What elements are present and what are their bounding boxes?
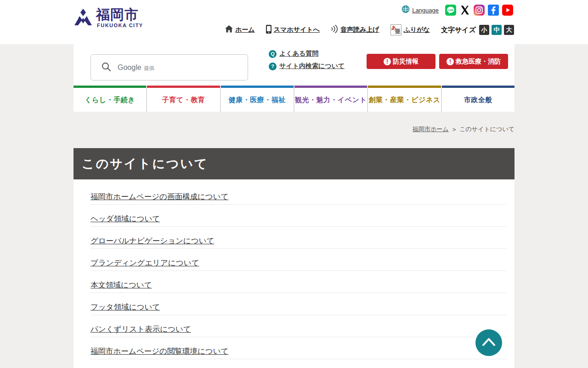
search-section: Google 提供 Q よくある質問 ? サイト内検索について ! 防災情報 !… bbox=[74, 44, 514, 86]
header-utility-nav: ホーム スマホサイトへ bbox=[225, 24, 514, 35]
search-icon bbox=[101, 62, 111, 74]
emergency-medical-label: 救急医療・消防 bbox=[456, 58, 501, 66]
speaker-icon bbox=[331, 25, 338, 35]
facebook-icon[interactable] bbox=[488, 5, 499, 16]
list-item: ダウンロードファイルをご利用するには bbox=[90, 359, 507, 368]
x-icon[interactable] bbox=[459, 5, 470, 16]
content-link[interactable]: パンくずリスト表示について bbox=[90, 325, 191, 333]
tab-business-industry[interactable]: 創業・産業・ビジネス bbox=[368, 86, 441, 112]
page-title: このサイトについて bbox=[82, 155, 209, 172]
faq-label: よくある質問 bbox=[279, 50, 318, 58]
language-link[interactable]: Language bbox=[401, 5, 439, 15]
page-root: 福岡市 FUKUOKA CITY Language bbox=[0, 0, 588, 368]
site-search-help-link[interactable]: ? サイト内検索について bbox=[269, 62, 345, 70]
site-header: 福岡市 FUKUOKA CITY Language bbox=[0, 0, 588, 44]
furigana-icon-kanji: 亜 bbox=[395, 28, 401, 35]
furigana-link[interactable]: あ 亜 ふりがな bbox=[390, 24, 430, 35]
tab-label: 創業・産業・ビジネス bbox=[368, 96, 440, 104]
emergency-medical-button[interactable]: ! 救急医療・消防 bbox=[439, 54, 508, 69]
q-circle-icon: Q bbox=[269, 50, 277, 58]
content-link[interactable]: 福岡市ホームページの画面構成について bbox=[90, 192, 228, 201]
fukuoka-city-emblem-icon bbox=[74, 8, 93, 29]
language-label: Language bbox=[412, 7, 439, 14]
text-size-small-button[interactable]: 小 bbox=[479, 25, 489, 35]
breadcrumb: 福岡市ホーム > このサイトについて bbox=[413, 125, 514, 133]
home-icon bbox=[225, 25, 233, 34]
logo-text: 福岡市 FUKUOKA CITY bbox=[96, 8, 143, 28]
search-input[interactable]: Google 提供 bbox=[90, 54, 248, 80]
content-link[interactable]: 本文領域について bbox=[90, 281, 152, 289]
alert-icon: ! bbox=[447, 58, 454, 65]
smartphone-site-label: スマホサイトへ bbox=[274, 26, 320, 34]
logo-title: 福岡市 bbox=[96, 8, 143, 22]
list-item: ブランディングエリアについて bbox=[90, 249, 507, 271]
list-item: 福岡市ホームページの閲覧環境について bbox=[90, 337, 507, 359]
home-link[interactable]: ホーム bbox=[225, 25, 255, 34]
alert-icon: ! bbox=[384, 58, 391, 65]
chevron-up-icon bbox=[481, 337, 496, 348]
question-circle-icon: ? bbox=[269, 63, 277, 70]
tab-living-procedures[interactable]: くらし・手続き bbox=[74, 86, 146, 112]
quick-links: Q よくある質問 ? サイト内検索について bbox=[269, 50, 345, 70]
site-logo-link[interactable]: 福岡市 FUKUOKA CITY bbox=[74, 8, 143, 29]
tab-tourism-events[interactable]: 観光・魅力・イベント bbox=[294, 86, 367, 112]
svg-text:LINE: LINE bbox=[448, 9, 454, 12]
list-item: ヘッダ領域について bbox=[90, 205, 507, 227]
list-item: グローバルナビゲーションについて bbox=[90, 227, 507, 249]
youtube-icon[interactable] bbox=[502, 5, 513, 16]
content-link[interactable]: フッタ領域について bbox=[90, 303, 160, 311]
tab-label: くらし・手続き bbox=[85, 96, 135, 104]
breadcrumb-current: このサイトについて bbox=[459, 125, 514, 133]
text-size-large-button[interactable]: 大 bbox=[504, 25, 514, 35]
page-title-banner: このサイトについて bbox=[74, 148, 514, 179]
smartphone-site-link[interactable]: スマホサイトへ bbox=[266, 25, 320, 35]
disaster-info-button[interactable]: ! 防災情報 bbox=[367, 54, 435, 69]
tab-childcare-education[interactable]: 子育て・教育 bbox=[147, 86, 220, 112]
list-item: 福岡市ホームページの画面構成について bbox=[90, 183, 507, 205]
search-placeholder-suffix: 提供 bbox=[144, 65, 154, 72]
text-size-control: 文字サイズ 小 中 大 bbox=[441, 25, 514, 35]
text-to-speech-link[interactable]: 音声読み上げ bbox=[331, 25, 379, 35]
social-links: LINE bbox=[445, 5, 513, 16]
faq-link[interactable]: Q よくある質問 bbox=[269, 50, 345, 58]
main-category-nav: くらし・手続き 子育て・教育 健康・医療・福祉 観光・魅力・イベント 創業・産業… bbox=[74, 86, 514, 112]
globe-icon bbox=[401, 5, 410, 15]
furigana-icon: あ 亜 bbox=[390, 24, 401, 35]
list-item: フッタ領域について bbox=[90, 293, 507, 315]
header-top-right: Language LINE bbox=[401, 5, 513, 16]
home-label: ホーム bbox=[235, 26, 255, 34]
search-placeholder: Google bbox=[118, 63, 141, 72]
tab-label: 健康・医療・福祉 bbox=[229, 96, 286, 104]
tab-label: 観光・魅力・イベント bbox=[295, 96, 367, 104]
text-to-speech-label: 音声読み上げ bbox=[340, 26, 379, 34]
text-size-label: 文字サイズ bbox=[441, 26, 476, 34]
content-link-list: 福岡市ホームページの画面構成について ヘッダ領域について グローバルナビゲーショ… bbox=[74, 179, 514, 368]
list-item: パンくずリスト表示について bbox=[90, 315, 507, 337]
site-search-help-label: サイト内検索について bbox=[279, 62, 345, 70]
smartphone-icon bbox=[266, 25, 271, 35]
disaster-info-label: 防災情報 bbox=[393, 58, 418, 66]
logo-subtitle: FUKUOKA CITY bbox=[97, 23, 143, 28]
tab-city-government[interactable]: 市政全般 bbox=[442, 86, 514, 112]
breadcrumb-home-link[interactable]: 福岡市ホーム bbox=[413, 125, 449, 133]
list-item: 本文領域について bbox=[90, 271, 507, 293]
tab-label: 子育て・教育 bbox=[162, 96, 205, 104]
instagram-icon[interactable] bbox=[474, 5, 485, 16]
main-content: 福岡市ホームページの画面構成について ヘッダ領域について グローバルナビゲーショ… bbox=[74, 179, 514, 368]
content-link[interactable]: 福岡市ホームページの閲覧環境について bbox=[90, 347, 228, 355]
content-link[interactable]: ヘッダ領域について bbox=[90, 214, 160, 223]
furigana-label: ふりがな bbox=[404, 26, 430, 34]
breadcrumb-separator: > bbox=[452, 126, 456, 133]
tab-label: 市政全般 bbox=[464, 96, 492, 104]
content-link[interactable]: ブランディングエリアについて bbox=[90, 259, 199, 267]
tab-health-medical-welfare[interactable]: 健康・医療・福祉 bbox=[221, 86, 294, 112]
text-size-medium-button[interactable]: 中 bbox=[492, 25, 502, 35]
scroll-to-top-button[interactable] bbox=[475, 329, 502, 356]
content-link[interactable]: グローバルナビゲーションについて bbox=[90, 236, 214, 245]
line-icon[interactable]: LINE bbox=[445, 5, 456, 16]
